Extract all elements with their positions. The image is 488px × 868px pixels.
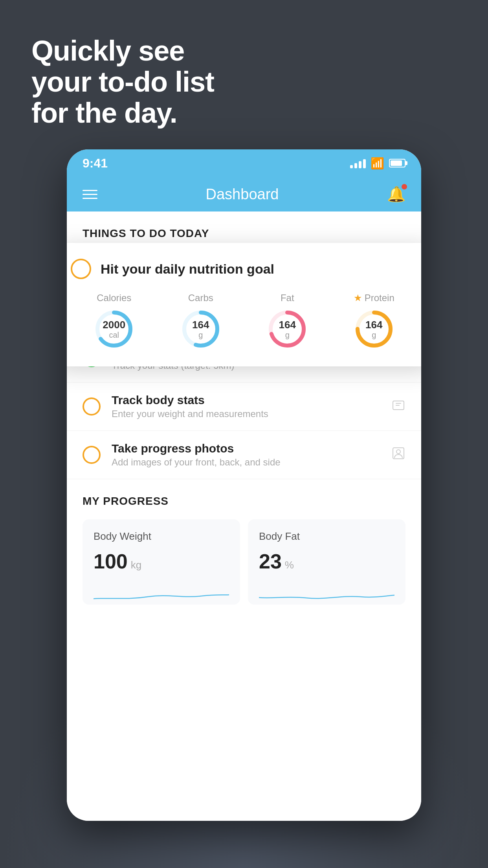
carbs-donut: 164 g: [179, 307, 222, 351]
todo-circle-body-stats: [83, 397, 101, 416]
protein-value: 164: [365, 319, 382, 331]
calories-value: 2000: [103, 319, 125, 331]
todo-circle-photos: [83, 446, 101, 464]
nutrition-circles: Calories 2000 cal Carbs: [71, 292, 417, 351]
carbs-unit: g: [198, 330, 203, 339]
nav-bar: Dashboard 🔔: [67, 177, 421, 211]
nutrition-item-protein: ★ Protein 164 g: [352, 292, 396, 351]
weight-sparkline: [94, 581, 229, 605]
fat-value: 164: [279, 319, 296, 331]
nutrition-item-carbs: Carbs 164 g: [179, 292, 222, 351]
progress-heading: MY PROGRESS: [83, 495, 405, 508]
fat-sparkline: [259, 581, 394, 605]
todo-text-photos: Take progress photos Add images of your …: [112, 442, 380, 468]
fat-label: Fat: [281, 292, 294, 303]
fat-donut: 164 g: [266, 307, 309, 351]
scale-icon: [391, 398, 405, 416]
todo-text-body-stats: Track body stats Enter your weight and m…: [112, 394, 380, 419]
todo-title-body-stats: Track body stats: [112, 394, 380, 407]
progress-cards: Body Weight 100 kg Body Fat 23 %: [83, 519, 405, 605]
bell-icon[interactable]: 🔔: [387, 186, 405, 203]
body-weight-value-row: 100 kg: [94, 550, 229, 573]
protein-unit: g: [372, 330, 376, 339]
body-fat-num: 23: [259, 550, 282, 573]
calories-donut: 2000 cal: [92, 307, 136, 351]
todo-item-body-stats[interactable]: Track body stats Enter your weight and m…: [67, 383, 421, 431]
battery-icon: [389, 159, 405, 167]
body-fat-value-row: 23 %: [259, 550, 394, 573]
body-fat-unit: %: [285, 559, 294, 571]
wifi-icon: 📶: [371, 157, 384, 170]
fat-unit: g: [285, 330, 290, 339]
status-bar: 9:41 📶: [67, 149, 421, 177]
nav-title: Dashboard: [206, 186, 279, 203]
headline-line3: for the day.: [31, 97, 214, 129]
todo-item-photos[interactable]: Take progress photos Add images of your …: [67, 431, 421, 479]
headline: Quickly see your to-do list for the day.: [31, 35, 214, 129]
hamburger-menu[interactable]: [83, 190, 97, 199]
calories-label: Calories: [97, 292, 131, 303]
carbs-value: 164: [192, 319, 209, 331]
nutrition-card-header: Hit your daily nutrition goal: [71, 259, 417, 279]
body-fat-label: Body Fat: [259, 530, 394, 542]
progress-card-weight[interactable]: Body Weight 100 kg: [83, 519, 240, 605]
nutrition-card-title: Hit your daily nutrition goal: [101, 261, 274, 277]
notification-dot: [402, 184, 407, 189]
todo-title-photos: Take progress photos: [112, 442, 380, 455]
star-icon: ★: [354, 292, 362, 303]
calories-unit: cal: [109, 330, 119, 339]
nutrition-item-fat: Fat 164 g: [266, 292, 309, 351]
todo-subtitle-photos: Add images of your front, back, and side: [112, 457, 380, 468]
check-circle: [71, 259, 91, 279]
body-weight-unit: kg: [131, 559, 141, 571]
protein-donut: 164 g: [352, 307, 396, 351]
protein-label: ★ Protein: [354, 292, 394, 303]
headline-line1: Quickly see: [31, 35, 214, 66]
carbs-label: Carbs: [188, 292, 213, 303]
progress-section: MY PROGRESS Body Weight 100 kg Body Fat: [67, 479, 421, 612]
content-area: THINGS TO DO TODAY Hit your daily nutrit…: [67, 211, 421, 821]
phone-mockup: 9:41 📶 Dashboard 🔔 TH: [67, 149, 421, 821]
svg-point-10: [396, 450, 400, 454]
body-weight-num: 100: [94, 550, 128, 573]
nutrition-item-calories: Calories 2000 cal: [92, 292, 136, 351]
progress-card-fat[interactable]: Body Fat 23 %: [248, 519, 405, 605]
person-icon: [391, 446, 405, 464]
todo-subtitle-body-stats: Enter your weight and measurements: [112, 408, 380, 419]
body-weight-label: Body Weight: [94, 530, 229, 542]
signal-icon: [350, 158, 366, 168]
nutrition-card: Hit your daily nutrition goal Calories 2…: [67, 243, 421, 366]
status-icons: 📶: [350, 157, 405, 170]
headline-line2: your to-do list: [31, 66, 214, 97]
things-to-do-heading: THINGS TO DO TODAY: [67, 211, 421, 248]
status-time: 9:41: [83, 156, 108, 171]
